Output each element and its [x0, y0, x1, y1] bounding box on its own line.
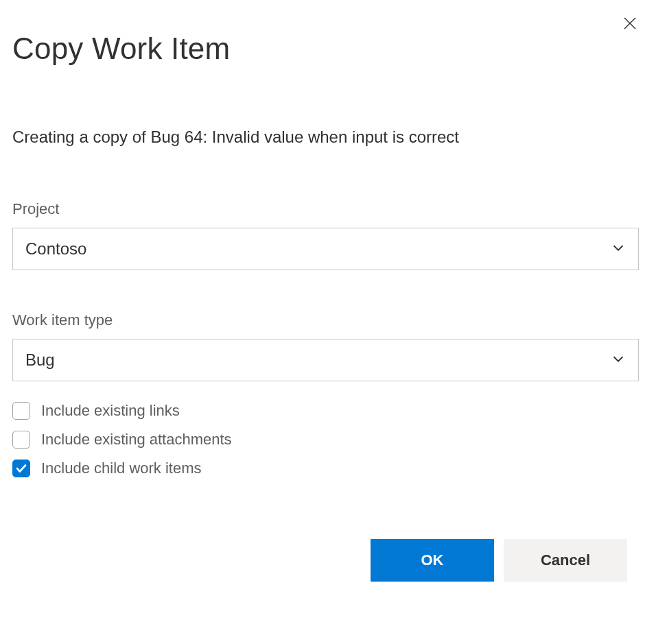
include-attachments-label: Include existing attachments [41, 431, 232, 449]
work-item-type-dropdown[interactable]: Bug [12, 339, 639, 381]
chevron-down-icon [611, 351, 626, 369]
include-links-label: Include existing links [41, 402, 180, 420]
project-dropdown[interactable]: Contoso [12, 228, 639, 270]
button-row: OK Cancel [12, 539, 644, 582]
project-value: Contoso [25, 239, 86, 259]
include-attachments-checkbox[interactable] [12, 431, 30, 449]
include-links-checkbox[interactable] [12, 402, 30, 420]
include-links-row: Include existing links [12, 402, 644, 420]
include-attachments-row: Include existing attachments [12, 431, 644, 449]
chevron-down-icon [611, 240, 626, 258]
cancel-button[interactable]: Cancel [504, 539, 627, 582]
ok-button[interactable]: OK [371, 539, 494, 582]
project-label: Project [12, 200, 644, 218]
dialog-title: Copy Work Item [12, 32, 644, 66]
include-children-checkbox[interactable] [12, 460, 30, 477]
work-item-type-label: Work item type [12, 311, 644, 329]
close-icon[interactable] [620, 14, 640, 33]
work-item-type-value: Bug [25, 350, 55, 370]
include-children-label: Include child work items [41, 460, 202, 477]
include-children-row: Include child work items [12, 460, 644, 477]
dialog-description: Creating a copy of Bug 64: Invalid value… [12, 128, 644, 147]
